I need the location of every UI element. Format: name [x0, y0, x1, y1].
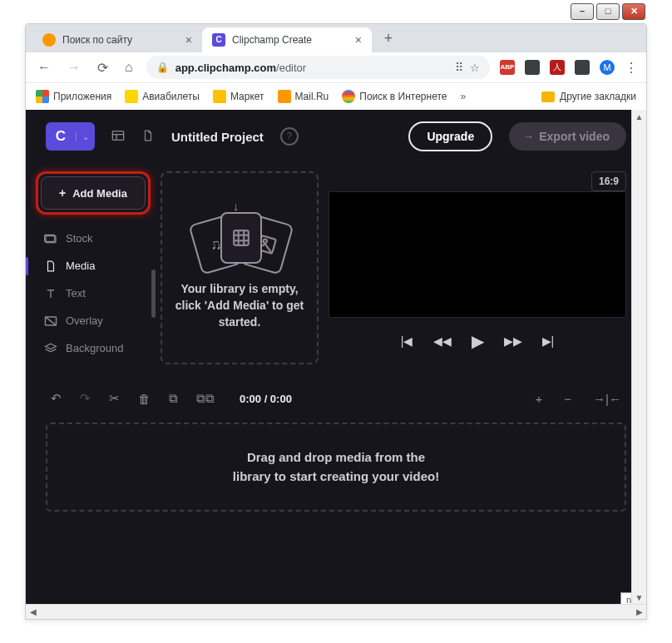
media-library-panel[interactable]: ↓ ♫ Your library is empty, click 'Add Me…: [161, 171, 319, 364]
arrow-down-icon: ↓: [233, 199, 240, 213]
profile-avatar-icon[interactable]: M: [600, 60, 615, 75]
aspect-ratio-button[interactable]: 16:9: [591, 171, 626, 191]
app-logo-menu[interactable]: C ⌄: [46, 122, 95, 151]
vertical-scrollbar[interactable]: ▲▼: [631, 110, 646, 605]
empty-library-illustration: ↓ ♫: [190, 205, 289, 272]
next-button[interactable]: ▶|: [542, 334, 555, 348]
layers-icon: [44, 343, 57, 354]
export-video-button[interactable]: → Export video: [509, 122, 626, 151]
browser-tab-1[interactable]: C Clipchamp Create ×: [202, 27, 372, 52]
svg-point-16: [263, 239, 267, 243]
chevron-down-icon: ⌄: [76, 132, 95, 141]
fast-forward-button[interactable]: ▶▶: [504, 334, 522, 348]
sidebar-item-background[interactable]: Background: [36, 334, 151, 362]
favicon-icon: C: [212, 33, 225, 47]
help-icon[interactable]: ?: [280, 127, 299, 146]
tab-close-icon[interactable]: ×: [355, 33, 362, 47]
home-button[interactable]: ⌂: [121, 57, 136, 78]
plane-icon: [125, 90, 138, 103]
copy-button[interactable]: ⧉: [169, 391, 178, 406]
extension-icon[interactable]: [575, 60, 590, 75]
extension-pdf-icon[interactable]: 人: [550, 60, 565, 75]
svg-rect-10: [234, 230, 249, 245]
video-preview[interactable]: [329, 191, 626, 318]
new-tab-button[interactable]: +: [377, 27, 400, 50]
sidebar-item-stock[interactable]: Stock: [36, 225, 151, 252]
translate-icon[interactable]: ⠿: [455, 61, 463, 74]
cart-icon: [213, 90, 226, 103]
split-button[interactable]: ✂: [109, 391, 120, 406]
add-media-button[interactable]: + Add Media: [41, 176, 146, 210]
browser-tabstrip: Поиск по сайту × C Clipchamp Create × +: [26, 24, 646, 52]
bookmark-other[interactable]: Другие закладки: [541, 91, 636, 102]
playback-controls: |◀ ◀◀ ▶ ▶▶ ▶|: [329, 331, 626, 351]
bookmark-market[interactable]: Маркет: [213, 90, 264, 103]
file-icon[interactable]: [141, 130, 155, 144]
chrome-menu-button[interactable]: ⋮: [625, 60, 638, 76]
bookmark-avia[interactable]: Авиабилеты: [125, 90, 200, 103]
favicon-icon: [42, 33, 56, 47]
sidebar-item-text[interactable]: Text: [36, 279, 151, 307]
arrow-right-icon: →: [522, 130, 534, 143]
google-icon: [342, 90, 355, 103]
plus-icon: +: [59, 186, 66, 200]
bookmarks-overflow-button[interactable]: »: [460, 91, 466, 102]
folder-icon: [541, 92, 555, 102]
redo-button[interactable]: ↷: [80, 391, 91, 406]
browser-toolbar: ← → ⟳ ⌂ 🔒 app.clipchamp.com/editor ⠿ ☆ A…: [26, 52, 646, 83]
tab-title: Поиск по сайту: [62, 34, 132, 46]
add-media-highlight: + Add Media: [36, 171, 151, 215]
sidebar-nav: Stock Media Text Overlay: [36, 225, 151, 362]
window-maximize-button[interactable]: □: [596, 3, 620, 20]
apps-icon: [36, 90, 49, 103]
play-button[interactable]: ▶: [472, 331, 484, 351]
address-bar[interactable]: 🔒 app.clipchamp.com/editor ⠿ ☆: [146, 56, 490, 79]
rewind-button[interactable]: ◀◀: [433, 334, 452, 348]
zoom-in-button[interactable]: +: [536, 392, 543, 406]
tab-title: Clipchamp Create: [232, 34, 312, 46]
clipchamp-app: C ⌄ Untitled Project ? Upgrade → Export …: [26, 110, 646, 619]
forward-button[interactable]: →: [64, 57, 84, 78]
timeline-drop-area[interactable]: Drag and drop media from the library to …: [46, 423, 626, 512]
window-close-button[interactable]: ✕: [622, 3, 645, 20]
timeline-toolbar: ↶ ↷ ✂ 🗑 ⧉ ⧉⧉ 0:00 / 0:00 + − →|←: [26, 379, 646, 418]
bookmark-apps[interactable]: Приложения: [36, 90, 111, 103]
svg-line-8: [45, 316, 56, 324]
horizontal-scrollbar[interactable]: ◀▶: [26, 604, 646, 619]
browser-tab-0[interactable]: Поиск по сайту ×: [32, 27, 202, 52]
bookmark-star-icon[interactable]: ☆: [470, 62, 480, 74]
templates-icon[interactable]: [111, 130, 125, 144]
window-minimize-button[interactable]: –: [571, 3, 594, 20]
bookmarks-bar: Приложения Авиабилеты Маркет Mail.Ru Пои…: [26, 83, 646, 111]
app-topbar: C ⌄ Untitled Project ? Upgrade → Export …: [26, 110, 646, 163]
back-button[interactable]: ←: [34, 57, 54, 78]
file-icon: [44, 260, 57, 272]
duplicate-button[interactable]: ⧉⧉: [196, 391, 215, 406]
bookmark-mailru[interactable]: Mail.Ru: [278, 90, 329, 103]
svg-rect-0: [112, 131, 123, 140]
undo-button[interactable]: ↶: [51, 391, 62, 406]
zoom-out-button[interactable]: −: [564, 392, 571, 406]
project-title[interactable]: Untitled Project: [171, 130, 264, 144]
bookmark-search[interactable]: Поиск в Интернете: [342, 90, 447, 103]
timeline-time: 0:00 / 0:00: [240, 393, 292, 405]
url-text: app.clipchamp.com/editor: [175, 62, 307, 74]
empty-library-text: Your library is empty, click 'Add Media'…: [175, 280, 304, 331]
text-icon: [44, 288, 57, 299]
lock-icon: 🔒: [156, 62, 169, 73]
delete-button[interactable]: 🗑: [138, 392, 151, 406]
upgrade-button[interactable]: Upgrade: [408, 121, 492, 151]
film-icon: [220, 212, 262, 264]
extension-icon[interactable]: [525, 60, 540, 75]
extension-abp-icon[interactable]: ABP: [500, 60, 515, 75]
tab-close-icon[interactable]: ×: [185, 33, 192, 47]
add-media-label: Add Media: [72, 187, 127, 200]
sidebar-item-overlay[interactable]: Overlay: [36, 307, 151, 334]
zoom-fit-button[interactable]: →|←: [593, 392, 621, 406]
sidebar-item-media[interactable]: Media: [36, 252, 151, 279]
export-label: Export video: [539, 130, 610, 143]
prev-button[interactable]: |◀: [401, 334, 413, 348]
sidebar-scrollbar[interactable]: [151, 270, 156, 318]
reload-button[interactable]: ⟳: [94, 57, 111, 79]
overlay-icon: [44, 315, 57, 327]
